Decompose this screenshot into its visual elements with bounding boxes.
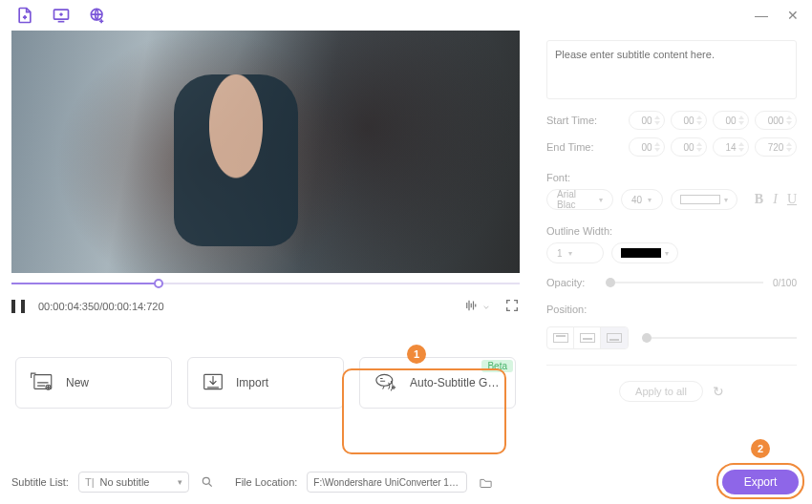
- subtitle-list-value: No subtitle: [100, 476, 150, 488]
- subtitle-list-label: Subtitle List:: [11, 476, 69, 488]
- video-preview[interactable]: [11, 31, 520, 273]
- titlebar: — ✕: [0, 0, 812, 31]
- font-color-select[interactable]: ▾: [671, 189, 737, 210]
- start-ms[interactable]: 000: [755, 111, 797, 130]
- position-segmented: [546, 326, 629, 349]
- position-middle[interactable]: [574, 327, 601, 348]
- beta-badge: Beta: [481, 360, 513, 372]
- import-label: Import: [236, 376, 268, 389]
- outline-color-select[interactable]: ▾: [611, 242, 678, 263]
- step-2-badge: 2: [751, 439, 770, 458]
- export-button[interactable]: Export: [722, 470, 799, 494]
- file-location-value: F:\Wondershare UniConverter 13\SubEdi...: [313, 477, 460, 488]
- add-url-icon[interactable]: [88, 6, 107, 25]
- reset-icon[interactable]: ↻: [713, 384, 724, 399]
- apply-to-all-button[interactable]: Apply to all: [619, 381, 703, 402]
- end-ss[interactable]: 14: [713, 137, 749, 157]
- subtitle-text-input[interactable]: [546, 40, 797, 99]
- timeline-scrubber[interactable]: [11, 277, 520, 290]
- add-file-icon[interactable]: [15, 6, 34, 25]
- end-time-label: End Time:: [546, 141, 611, 153]
- outline-width-select[interactable]: 1▾: [546, 242, 604, 263]
- close-button[interactable]: ✕: [787, 8, 799, 23]
- opacity-label: Opacity:: [546, 277, 596, 288]
- position-top[interactable]: [547, 327, 574, 348]
- subtitle-list-dropdown[interactable]: T| No subtitle ▾: [78, 472, 189, 493]
- file-location-label: File Location:: [235, 476, 297, 488]
- svg-point-5: [376, 374, 393, 386]
- opacity-slider[interactable]: [606, 282, 763, 284]
- font-label: Font:: [546, 172, 797, 183]
- new-subtitle-card[interactable]: New: [15, 357, 172, 409]
- end-mm[interactable]: 00: [671, 137, 707, 157]
- font-family-select[interactable]: Arial Blac▾: [546, 189, 613, 210]
- outline-width-label: Outline Width:: [546, 225, 797, 237]
- import-icon: [202, 371, 224, 395]
- new-icon: [30, 371, 54, 395]
- divider: [546, 365, 797, 366]
- start-mm[interactable]: 00: [671, 111, 707, 130]
- start-time-label: Start Time:: [546, 115, 611, 126]
- folder-icon[interactable]: [477, 473, 494, 491]
- minimize-button[interactable]: —: [755, 8, 768, 23]
- auto-subtitle-icon: [374, 371, 398, 395]
- fullscreen-icon[interactable]: [504, 298, 520, 316]
- add-screen-icon[interactable]: [52, 6, 71, 25]
- start-ss[interactable]: 00: [713, 111, 749, 130]
- bold-button[interactable]: B: [755, 192, 763, 207]
- left-panel: 00:00:04:350/00:00:14:720 New: [0, 31, 531, 504]
- underline-button[interactable]: U: [787, 192, 797, 207]
- new-label: New: [66, 376, 89, 389]
- step-1-badge: 1: [407, 345, 426, 364]
- end-ms[interactable]: 720: [755, 137, 797, 157]
- position-slider[interactable]: [642, 337, 797, 339]
- auto-subtitle-card[interactable]: Beta Auto-Subtitle Generator: [359, 357, 516, 409]
- waveform-icon[interactable]: [463, 299, 489, 315]
- time-display: 00:00:04:350/00:00:14:720: [38, 301, 164, 312]
- start-hh[interactable]: 00: [629, 111, 665, 130]
- svg-point-6: [203, 477, 209, 484]
- right-panel: Start Time: 00 00 00 000 End Time: 00 00…: [531, 31, 812, 504]
- text-file-icon: T|: [85, 476, 95, 488]
- position-label: Position:: [546, 304, 797, 315]
- end-hh[interactable]: 00: [629, 137, 665, 157]
- position-bottom[interactable]: [601, 327, 628, 348]
- italic-button[interactable]: I: [773, 192, 778, 207]
- import-subtitle-card[interactable]: Import: [187, 357, 344, 409]
- file-location-field[interactable]: F:\Wondershare UniConverter 13\SubEdi...: [307, 472, 467, 493]
- opacity-value: 0/100: [773, 278, 797, 288]
- pause-button[interactable]: [11, 300, 25, 313]
- scrub-handle[interactable]: [154, 279, 163, 288]
- auto-subtitle-label: Auto-Subtitle Generator: [410, 376, 502, 389]
- search-icon[interactable]: [199, 473, 216, 491]
- font-size-select[interactable]: 40▾: [621, 189, 663, 210]
